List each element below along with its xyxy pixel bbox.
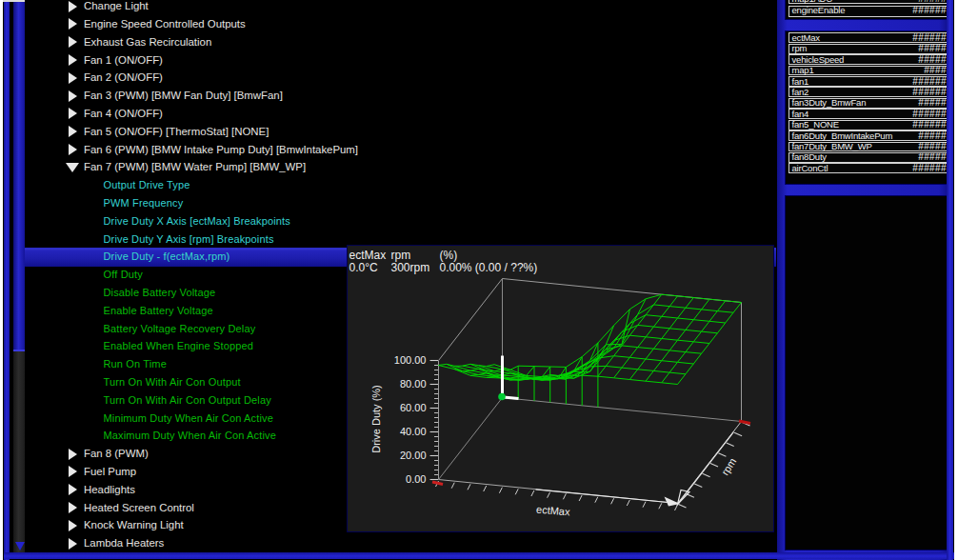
svg-text:rpm: rpm <box>719 455 738 476</box>
svg-text:0.00: 0.00 <box>406 473 426 485</box>
svg-text:Drive Duty (%): Drive Duty (%) <box>370 385 382 453</box>
svg-text:40.00: 40.00 <box>400 426 427 437</box>
svg-text:ectMax: ectMax <box>536 503 571 517</box>
svg-text:60.00: 60.00 <box>400 402 427 413</box>
svg-text:100.00: 100.00 <box>394 354 427 366</box>
svg-text:20.00: 20.00 <box>400 450 427 461</box>
svg-text:80.00: 80.00 <box>400 378 427 390</box>
